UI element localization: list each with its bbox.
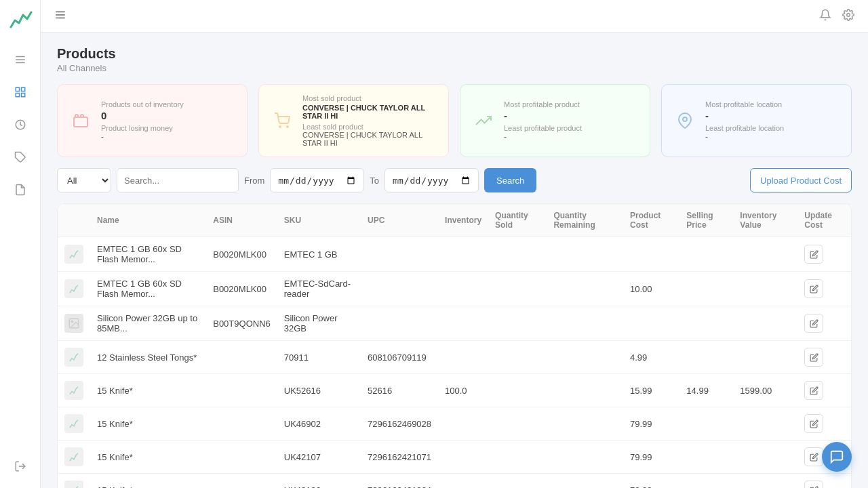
col-upc: UPC (361, 204, 438, 237)
cell-prod_cost: 79.99 (623, 407, 679, 441)
cell-qty_rem (547, 474, 623, 489)
cell-sell_price (679, 441, 733, 474)
cell-inventory (438, 341, 488, 374)
update-cost-button[interactable] (804, 447, 823, 466)
cell-qty_rem (547, 341, 623, 374)
date-to[interactable] (384, 168, 479, 192)
svg-rect-3 (16, 87, 19, 91)
cell-asin (206, 407, 277, 441)
search-input[interactable] (117, 168, 239, 192)
cell-inv_value (733, 306, 797, 341)
cell-qty_sold (488, 341, 547, 374)
cell-upc: 52616 (361, 374, 438, 407)
card-most-location-label: Most profitable location (705, 100, 840, 108)
card-most-profitable-label: Most profitable product (504, 100, 639, 108)
update-cost-button[interactable] (804, 481, 823, 488)
col-asin: ASIN (206, 204, 277, 237)
cell-qty_rem (547, 374, 623, 407)
cell-prod_cost (623, 237, 679, 272)
chat-bubble[interactable] (822, 442, 852, 472)
sidebar-item-menu[interactable] (7, 46, 34, 73)
cell-inventory (438, 407, 488, 441)
col-name: Name (90, 204, 206, 237)
cell-inv_value (733, 441, 797, 474)
cell-qty_rem (547, 441, 623, 474)
topbar-menu-icon[interactable] (54, 9, 66, 23)
sidebar-item-logout[interactable] (7, 453, 34, 480)
cell-upc: 7296162421071 (361, 441, 438, 474)
cell-qty_sold (488, 474, 547, 489)
cell-name: EMTEC 1 GB 60x SD Flash Memor... (90, 272, 206, 306)
cell-inv_value: 1599.00 (733, 374, 797, 407)
svg-point-15 (279, 126, 281, 127)
product-thumbnail (64, 245, 83, 264)
cell-sku: UK52616 (277, 374, 361, 407)
card-least-profitable-value: - (504, 132, 639, 142)
date-from[interactable] (270, 168, 364, 192)
cell-name: 15 Knife* (90, 474, 206, 489)
notification-icon[interactable] (819, 9, 831, 23)
cell-qty_rem (547, 306, 623, 341)
sidebar-item-dashboard[interactable] (7, 79, 34, 106)
cell-asin (206, 474, 277, 489)
cell-asin (206, 441, 277, 474)
search-button[interactable]: Search (484, 168, 536, 192)
cell-qty_sold (488, 374, 547, 407)
card-location-body: Most profitable location - Least profita… (705, 100, 840, 142)
cell-prod_cost: 15.99 (623, 374, 679, 407)
card-profitable-body: Most profitable product - Least profitab… (504, 100, 639, 142)
update-cost-button[interactable] (804, 414, 823, 433)
card-most-sold-body: Most sold product CONVERSE | CHUCK TAYLO… (302, 94, 437, 147)
product-thumb-cell (58, 237, 90, 272)
card-least-profitable-label: Least profitable product (504, 124, 639, 132)
sidebar-item-orders[interactable] (7, 176, 34, 203)
card-most-profitable: Most profitable product - Least profitab… (460, 84, 650, 157)
card-least-sold-label: Least sold product (302, 123, 437, 131)
product-thumb-cell (58, 474, 90, 489)
from-label: From (244, 176, 264, 186)
update-cost-button[interactable] (804, 245, 823, 264)
cell-inv_value (733, 407, 797, 441)
cell-upc: 7296162469028 (361, 407, 438, 441)
update-cost-button[interactable] (804, 314, 823, 333)
table-row: 15 Knife*UK5261652616100.015.9914.991599… (58, 374, 851, 407)
cell-inventory (438, 306, 488, 341)
table-row: 15 Knife*UK42107729616242107179.99 (58, 441, 851, 474)
card-most-sold-icon (270, 108, 294, 133)
product-thumbnail (64, 381, 83, 400)
card-most-sold-value: CONVERSE | CHUCK TAYLOR ALL STAR II HI (302, 104, 437, 120)
product-thumb-cell (58, 272, 90, 306)
products-table: Name ASIN SKU UPC Inventory Quantity Sol… (57, 203, 852, 488)
sidebar-item-tags[interactable] (7, 144, 34, 171)
table-header: Name ASIN SKU UPC Inventory Quantity Sol… (58, 204, 851, 237)
card-most-location-value: - (705, 110, 840, 121)
card-losing-value: - (101, 132, 236, 142)
col-thumb (58, 204, 90, 237)
summary-cards: Products out of inventory 0 Product losi… (57, 84, 852, 157)
cell-inv_value (733, 341, 797, 374)
cell-prod_cost (623, 306, 679, 341)
page-content: Products All Channels Products out of in… (41, 33, 868, 488)
settings-icon[interactable] (842, 9, 854, 23)
card-inventory-icon (68, 108, 93, 133)
cell-name: Silicon Power 32GB up to 85MB... (90, 306, 206, 341)
card-inventory-value: 0 (101, 110, 236, 121)
app-logo (8, 8, 33, 33)
cell-inventory (438, 272, 488, 306)
card-losing-label: Product losing money (101, 124, 236, 132)
update-cost-button[interactable] (804, 348, 823, 367)
product-thumb-cell (58, 306, 90, 341)
update-cost-button[interactable] (804, 279, 823, 298)
sidebar-item-analytics[interactable] (7, 111, 34, 138)
cell-upc (361, 237, 438, 272)
cell-asin: B00T9QONN6 (206, 306, 277, 341)
to-label: To (370, 176, 379, 186)
cell-asin: B0020MLK00 (206, 237, 277, 272)
channel-filter[interactable]: All (57, 168, 111, 192)
cell-inventory: 100.0 (438, 374, 488, 407)
cell-inv_value (733, 272, 797, 306)
cell-qty_rem (547, 407, 623, 441)
update-cost-button[interactable] (804, 381, 823, 400)
upload-product-cost-button[interactable]: Upload Product Cost (750, 168, 852, 192)
cell-qty_sold (488, 407, 547, 441)
